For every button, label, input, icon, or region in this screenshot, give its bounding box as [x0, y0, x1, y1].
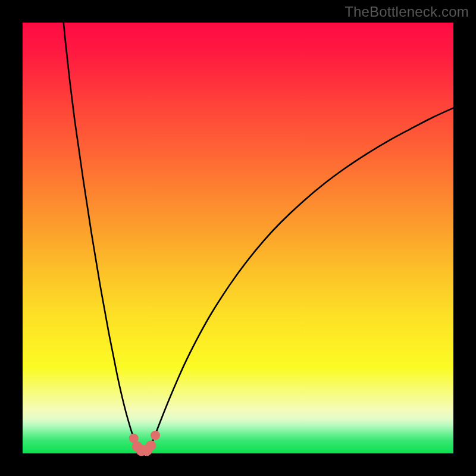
bottleneck-curve	[64, 23, 453, 451]
valley-markers	[129, 431, 160, 456]
valley-marker	[151, 431, 160, 440]
valley-marker	[146, 440, 156, 450]
bottleneck-curve-svg	[23, 23, 453, 453]
chart-frame: TheBottleneck.com	[0, 0, 476, 476]
plot-area	[23, 23, 453, 453]
watermark-text: TheBottleneck.com	[345, 4, 469, 20]
